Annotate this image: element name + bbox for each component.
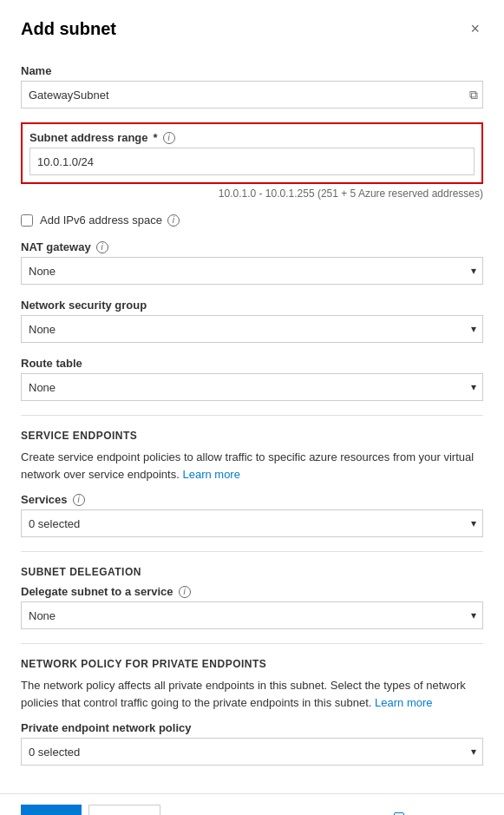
- delegate-info-icon[interactable]: i: [179, 586, 191, 598]
- route-table-select[interactable]: None: [21, 373, 483, 401]
- give-feedback-button[interactable]: 🗨 Give feedback: [392, 811, 483, 815]
- route-table-field-group: Route table None ▾: [21, 357, 483, 401]
- services-info-icon[interactable]: i: [73, 494, 85, 506]
- network-policy-heading: NETWORK POLICY FOR PRIVATE ENDPOINTS: [21, 658, 483, 670]
- dialog-body: Name ⧉ Subnet address range * i 10.0.1.0…: [0, 50, 504, 793]
- ipv6-label[interactable]: Add IPv6 address space i: [40, 214, 180, 227]
- nat-gateway-select-wrapper: None ▾: [21, 257, 483, 285]
- private-endpoint-policy-select[interactable]: 0 selected: [21, 738, 483, 766]
- services-select-wrapper: 0 selected ▾: [21, 509, 483, 537]
- subnet-delegation-heading: SUBNET DELEGATION: [21, 566, 483, 578]
- network-policy-section: NETWORK POLICY FOR PRIVATE ENDPOINTS The…: [21, 658, 483, 766]
- save-button[interactable]: Save: [21, 805, 82, 815]
- nsg-field-group: Network security group None ▾: [21, 299, 483, 343]
- nat-gateway-info-icon[interactable]: i: [96, 241, 108, 253]
- copy-icon[interactable]: ⧉: [469, 88, 478, 102]
- services-select[interactable]: 0 selected: [21, 509, 483, 537]
- dialog-footer: Save Cancel 🗨 Give feedback: [0, 793, 504, 815]
- divider-2: [21, 551, 483, 552]
- divider-3: [21, 643, 483, 644]
- network-policy-learn-more[interactable]: Learn more: [375, 696, 432, 709]
- nat-gateway-field-group: NAT gateway i None ▾: [21, 240, 483, 285]
- subnet-address-info-icon[interactable]: i: [163, 132, 175, 144]
- ipv6-checkbox[interactable]: [21, 214, 33, 227]
- nsg-label: Network security group: [21, 299, 483, 312]
- feedback-icon: 🗨: [392, 811, 406, 815]
- name-field-group: Name ⧉: [21, 64, 483, 108]
- subnet-address-range-label: Subnet address range * i: [29, 131, 475, 144]
- dialog-header: Add subnet ×: [0, 0, 504, 50]
- nsg-select[interactable]: None: [21, 315, 483, 343]
- add-subnet-dialog: Add subnet × Name ⧉ Subnet address range…: [0, 0, 504, 815]
- delegate-label: Delegate subnet to a service i: [21, 585, 483, 598]
- private-endpoint-policy-label: Private endpoint network policy: [21, 721, 483, 734]
- service-endpoints-learn-more[interactable]: Learn more: [182, 468, 239, 481]
- ipv6-checkbox-group: Add IPv6 address space i: [21, 214, 483, 227]
- subnet-address-range-group: Subnet address range * i: [21, 122, 483, 184]
- footer-actions: Save Cancel: [21, 805, 160, 815]
- services-label: Services i: [21, 493, 483, 506]
- nat-gateway-label: NAT gateway i: [21, 240, 483, 253]
- subnet-delegation-section: SUBNET DELEGATION Delegate subnet to a s…: [21, 566, 483, 629]
- private-endpoint-policy-select-wrapper: 0 selected ▾: [21, 738, 483, 766]
- subnet-address-range-input[interactable]: [29, 148, 475, 175]
- divider-1: [21, 415, 483, 416]
- subnet-address-hint: 10.0.1.0 - 10.0.1.255 (251 + 5 Azure res…: [21, 187, 483, 200]
- route-table-select-wrapper: None ▾: [21, 373, 483, 401]
- service-endpoints-description: Create service endpoint policies to allo…: [21, 449, 483, 483]
- name-input-wrapper: ⧉: [21, 81, 483, 108]
- close-button[interactable]: ×: [467, 17, 483, 40]
- nsg-select-wrapper: None ▾: [21, 315, 483, 343]
- network-policy-description: The network policy affects all private e…: [21, 677, 483, 711]
- delegate-select-wrapper: None ▾: [21, 601, 483, 629]
- service-endpoints-section: SERVICE ENDPOINTS Create service endpoin…: [21, 430, 483, 537]
- ipv6-info-icon[interactable]: i: [167, 214, 180, 227]
- name-label: Name: [21, 64, 483, 77]
- nat-gateway-select[interactable]: None: [21, 257, 483, 285]
- feedback-label: Give feedback: [411, 812, 483, 816]
- dialog-title: Add subnet: [21, 19, 116, 39]
- cancel-button[interactable]: Cancel: [88, 805, 160, 815]
- name-input[interactable]: [21, 81, 483, 108]
- service-endpoints-heading: SERVICE ENDPOINTS: [21, 430, 483, 442]
- delegate-select[interactable]: None: [21, 601, 483, 629]
- route-table-label: Route table: [21, 357, 483, 370]
